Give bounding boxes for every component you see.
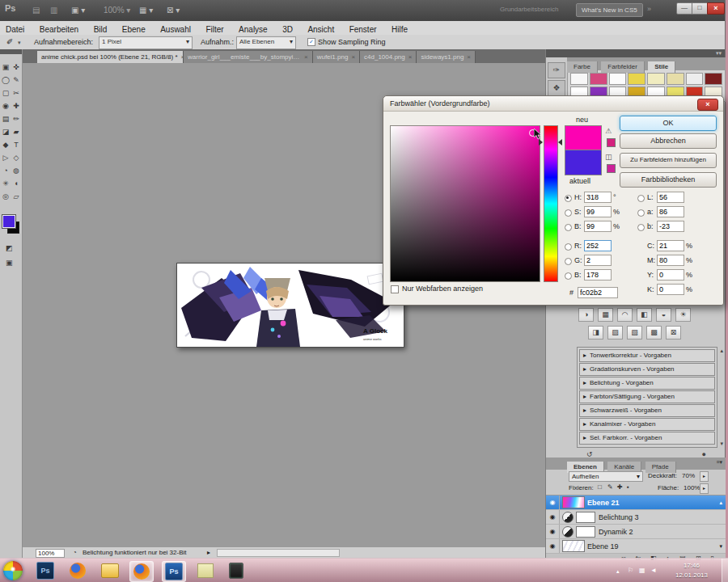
- rgb-b-input[interactable]: [584, 269, 612, 280]
- bridge-icon[interactable]: ▤: [32, 0, 40, 21]
- blur-tool-icon[interactable]: ◔: [1, 164, 11, 177]
- healing-tool-icon[interactable]: ✚: [11, 99, 22, 112]
- workspace-chevron-icon[interactable]: »: [647, 5, 651, 13]
- tool-preset-arrow-icon[interactable]: ▾: [18, 40, 21, 46]
- gradient-tool-icon[interactable]: ◆: [1, 138, 11, 151]
- adj-exposure-icon[interactable]: ◠: [617, 308, 633, 322]
- screen-mode-icon[interactable]: ⊠ ▾: [167, 0, 180, 21]
- doc-tab[interactable]: warrior_girl___emiste___by_stompyink-d5d…: [184, 51, 313, 63]
- 3d-rotate-tool-icon[interactable]: ✳: [1, 177, 11, 190]
- minimize-button[interactable]: —: [676, 2, 692, 15]
- r-radio[interactable]: [565, 243, 572, 251]
- layer-visibility-icon[interactable]: ◉: [546, 525, 560, 538]
- tray-action-center-icon[interactable]: ⚐: [628, 567, 633, 574]
- whats-new-button[interactable]: What's New in CS5: [576, 3, 643, 17]
- opacity-spinner-icon[interactable]: ▸: [700, 471, 709, 482]
- style-swatch[interactable]: [705, 73, 722, 85]
- tab-stile[interactable]: Stile: [648, 61, 675, 73]
- eraser-tool-icon[interactable]: ▰: [11, 125, 22, 138]
- move-tool-icon[interactable]: ✜: [11, 61, 22, 74]
- tray-expand-icon[interactable]: ▴: [616, 568, 620, 575]
- tools-panel-header[interactable]: [0, 49, 22, 54]
- cancel-button[interactable]: Abbrechen: [620, 133, 717, 149]
- mini-bridge-icon[interactable]: ▥: [50, 0, 57, 21]
- layers-panel-menu-icon[interactable]: ≡▾: [713, 458, 726, 467]
- dialog-titlebar[interactable]: Farbwähler (Vordergrundfarbe) ×: [383, 96, 723, 112]
- quick-select-tool-icon[interactable]: ✎: [11, 74, 22, 86]
- color-libraries-button[interactable]: Farbbibliotheken: [620, 172, 717, 188]
- style-swatch[interactable]: [609, 73, 627, 85]
- preset-kanalmixer[interactable]: ▸Kanalmixer - Vorgaben: [579, 418, 715, 431]
- type-tool-icon[interactable]: T: [11, 138, 22, 151]
- hue-slider-handle-left[interactable]: [539, 139, 543, 146]
- close-button[interactable]: ×: [707, 2, 725, 15]
- sample-layers-dropdown[interactable]: Alle Ebenen▾: [236, 36, 296, 49]
- taskbar-firefox-pinned[interactable]: [66, 561, 89, 580]
- tab-close-icon[interactable]: ×: [467, 51, 471, 63]
- websafe-color-chip[interactable]: [607, 164, 616, 173]
- taskbar-photoshop-running[interactable]: Ps: [162, 561, 186, 582]
- hex-input[interactable]: [578, 287, 618, 298]
- webcolors-checkbox[interactable]: [391, 285, 399, 293]
- layer-name[interactable]: Ebene 21: [587, 499, 620, 507]
- blend-mode-dropdown[interactable]: Aufhellen▾: [569, 471, 643, 482]
- brush-tool-icon[interactable]: ▤: [1, 112, 11, 125]
- y-input[interactable]: [657, 269, 684, 280]
- sampling-ring-checkbox[interactable]: ✓: [307, 38, 315, 46]
- dock-header[interactable]: ▾▾: [546, 49, 725, 57]
- adjustment-layer-icon[interactable]: [562, 526, 574, 538]
- layer-row-ebene-19[interactable]: ◉ Ebene 19 ▾: [546, 539, 726, 554]
- layer-thumbnail[interactable]: [562, 540, 585, 552]
- m-input[interactable]: [657, 255, 684, 266]
- adj-curves-icon[interactable]: ▦: [598, 308, 613, 322]
- adj-vibrance-icon[interactable]: ◧: [637, 308, 652, 322]
- l-input[interactable]: [657, 192, 684, 203]
- dodge-tool-icon[interactable]: ◍: [11, 164, 22, 177]
- tray-volume-icon[interactable]: ◄: [650, 567, 657, 574]
- adj-channelmixer-icon[interactable]: ▧: [627, 326, 642, 340]
- start-button[interactable]: [3, 561, 23, 580]
- pen-tool-icon[interactable]: ▷: [1, 151, 11, 164]
- opacity-value[interactable]: 70%: [682, 472, 695, 479]
- h-input[interactable]: [584, 192, 612, 203]
- layer-visibility-icon[interactable]: ◉: [546, 496, 560, 509]
- lasso-tool-icon[interactable]: ◯: [1, 74, 11, 86]
- adj-selectivecolor-icon[interactable]: ⊠: [666, 326, 681, 340]
- doc-tab-active[interactable]: anime chick.psd bei 100% (Ebene 21, RGB/…: [37, 51, 184, 63]
- maximize-button[interactable]: □: [692, 2, 708, 15]
- doc-tab[interactable]: c4d_1004.png×: [360, 51, 417, 63]
- style-swatch[interactable]: [667, 73, 684, 85]
- taskbar-photoshop-pinned[interactable]: Ps: [34, 561, 57, 580]
- preset-gradationskurven[interactable]: ▸Gradationskurven - Vorgaben: [579, 363, 715, 376]
- a-input[interactable]: [657, 206, 684, 217]
- collapsed-panel-icon[interactable]: ✑: [548, 62, 565, 78]
- gamut-color-chip[interactable]: [607, 138, 616, 147]
- adj-brightness-icon[interactable]: ☀: [675, 308, 691, 322]
- workspace-label[interactable]: Grundarbeitsbereich: [500, 6, 558, 13]
- lab-b-radio[interactable]: [637, 224, 645, 231]
- preset-scroll-up-icon[interactable]: ▴: [720, 348, 723, 354]
- preset-scroll-down-icon[interactable]: ▾: [720, 441, 723, 447]
- tab-close-icon[interactable]: ×: [351, 51, 355, 63]
- a-radio[interactable]: [637, 209, 645, 217]
- doc-tab[interactable]: wufei1.png×: [313, 51, 360, 63]
- layer-scroll-down-icon[interactable]: ▾: [719, 543, 722, 550]
- clone-stamp-tool-icon[interactable]: ✏: [11, 112, 22, 125]
- style-swatch[interactable]: [590, 73, 607, 85]
- taskbar-folder[interactable]: [99, 561, 121, 580]
- rect-marquee-tool-icon[interactable]: ▣: [1, 61, 11, 74]
- rgb-b-radio[interactable]: [565, 272, 572, 280]
- layer-row-ebene-21[interactable]: ◉ Ebene 21 ▴: [546, 496, 726, 510]
- taskbar-notes-app[interactable]: [194, 561, 217, 580]
- sample-size-dropdown[interactable]: 1 Pixel▾: [99, 36, 193, 49]
- foreground-color-swatch[interactable]: [2, 215, 15, 228]
- g-input[interactable]: [584, 255, 612, 266]
- ok-button[interactable]: OK: [620, 116, 717, 131]
- view-extras-icon[interactable]: ▣ ▾: [71, 0, 85, 21]
- tab-close-icon[interactable]: ×: [304, 51, 308, 63]
- r-input[interactable]: [584, 240, 612, 251]
- taskbar-firefox-running[interactable]: [129, 561, 154, 582]
- saturation-brightness-field[interactable]: [390, 125, 540, 282]
- style-swatch[interactable]: [647, 73, 665, 85]
- layer-name[interactable]: Dynamik 2: [599, 528, 633, 536]
